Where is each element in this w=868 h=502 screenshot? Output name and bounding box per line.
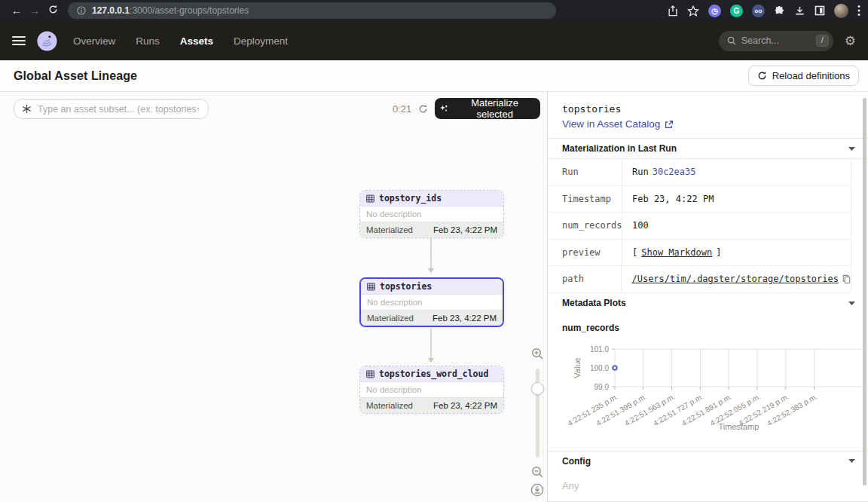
nav-tabs: Overview Runs Assets Deployment — [73, 35, 288, 47]
search-placeholder: Search... — [741, 35, 779, 46]
hamburger-menu-icon[interactable] — [12, 36, 26, 45]
browser-profile-avatar[interactable] — [834, 4, 848, 18]
asset-node-topstories-word-cloud[interactable]: topstories_word_cloud No description Mat… — [359, 366, 504, 414]
asset-lineage-graph[interactable]: 0:21 Materialize selected topstory_ids N… — [0, 92, 547, 502]
svg-text:Value: Value — [573, 357, 582, 378]
section-materialization-last-run[interactable]: Materialization in Last Run — [548, 138, 868, 158]
asset-subset-filter[interactable] — [14, 99, 209, 119]
asset-node-status: Materialized — [366, 225, 413, 234]
asset-node-description: No description — [361, 295, 503, 310]
asset-node-timestamp: Feb 23, 4:22 PM — [433, 401, 497, 410]
nav-tab-runs[interactable]: Runs — [136, 35, 160, 47]
section-metadata-plots[interactable]: Metadata Plots — [548, 293, 868, 314]
row-label: num_records — [548, 213, 622, 239]
page-header: Global Asset Lineage Reload definitions — [0, 60, 868, 92]
asset-subset-input[interactable] — [36, 103, 200, 115]
recenter-icon[interactable] — [530, 483, 544, 497]
extension-icon-2[interactable]: oo — [752, 5, 765, 17]
nav-tab-deployment[interactable]: Deployment — [234, 35, 288, 47]
asset-node-name: topstory_ids — [379, 193, 442, 204]
metadata-plot: 101.0100.099.04:22:51.235 p.m.4:22:51.39… — [548, 335, 868, 451]
browser-address-bar[interactable]: 127.0.0.1:3000/asset-groups/topstories — [68, 2, 556, 19]
bookmark-star-icon[interactable] — [687, 5, 699, 17]
asset-node-topstory-ids[interactable]: topstory_ids No description Materialized… — [359, 190, 504, 238]
site-info-icon[interactable] — [77, 6, 86, 15]
show-markdown-link[interactable]: Show Markdown — [641, 247, 712, 258]
global-search-input[interactable]: Search... / — [719, 31, 833, 51]
asset-node-timestamp: Feb 23, 4:22 PM — [432, 314, 497, 323]
chevron-down-icon — [848, 459, 855, 463]
svg-text:99.0: 99.0 — [594, 382, 610, 390]
num-records-chart: 101.0100.099.04:22:51.235 p.m.4:22:51.39… — [548, 338, 868, 437]
chevron-down-icon — [848, 147, 855, 151]
asset-node-status: Materialized — [366, 401, 413, 410]
svg-text:Timestamp: Timestamp — [719, 422, 760, 431]
browser-chrome: ← → 127.0.0.1:3000/asset-groups/topstori… — [0, 0, 868, 21]
table-row: path /Users/tim/.dagster/storage/topstor… — [548, 266, 851, 293]
asset-node-status: Materialized — [367, 314, 414, 323]
chevron-down-icon — [848, 302, 855, 305]
lineage-edge — [430, 238, 432, 272]
zoom-in-icon[interactable] — [531, 347, 544, 360]
table-row: Timestamp Feb 23, 4:22 PM — [548, 186, 851, 213]
table-row: num_records 100 — [548, 213, 851, 240]
browser-menu-icon[interactable] — [857, 5, 860, 17]
app-navbar: Overview Runs Assets Deployment Search..… — [0, 21, 868, 60]
external-link-icon — [665, 120, 674, 129]
plot-title: num_records — [548, 314, 868, 335]
table-row: Run Run 30c2ea35 — [548, 159, 851, 186]
asset-node-name: topstories_word_cloud — [379, 369, 488, 379]
url-text: 127.0.0.1:3000/asset-groups/topstories — [92, 5, 249, 16]
svg-text:100.0: 100.0 — [590, 363, 609, 372]
zoom-slider[interactable] — [536, 369, 539, 458]
svg-text:4:22:51.235 p.m.: 4:22:51.235 p.m. — [566, 392, 619, 427]
nav-tab-overview[interactable]: Overview — [73, 35, 115, 47]
panel-scrollbar[interactable] — [863, 98, 866, 485]
run-id-link[interactable]: 30c2ea35 — [653, 167, 696, 177]
graph-zoom-controls — [529, 345, 546, 499]
materialize-selected-button[interactable]: Materialize selected — [435, 98, 540, 119]
zoom-slider-thumb[interactable] — [531, 382, 544, 395]
asset-node-description: No description — [360, 382, 503, 397]
reload-icon — [48, 5, 58, 14]
browser-forward-button[interactable]: → — [26, 0, 44, 21]
row-value: [Show Markdown] — [622, 247, 721, 258]
browser-reload-button[interactable] — [44, 0, 62, 21]
search-icon — [727, 36, 736, 45]
dagster-logo[interactable] — [36, 30, 58, 52]
row-label: Timestamp — [548, 186, 622, 213]
op-selector-icon — [22, 104, 32, 114]
downloads-icon[interactable] — [794, 5, 805, 17]
asset-node-timestamp: Feb 23, 4:22 PM — [433, 225, 497, 234]
search-shortcut-badge: / — [816, 35, 829, 47]
share-icon[interactable] — [668, 5, 678, 17]
nav-tab-assets[interactable]: Assets — [180, 35, 213, 47]
view-in-asset-catalog-link[interactable]: View in Asset Catalog — [548, 117, 868, 138]
reload-definitions-button[interactable]: Reload definitions — [748, 66, 859, 86]
materialize-sparkle-icon — [439, 104, 448, 114]
row-value: Run 30c2ea35 — [622, 167, 695, 177]
extension-icon-1[interactable]: ◷ — [708, 5, 721, 17]
timer-value: 0:21 — [393, 103, 411, 115]
tab-preview-icon[interactable] — [815, 5, 825, 16]
selected-asset-name: topstories — [548, 92, 868, 117]
row-value: Feb 23, 4:22 PM — [622, 194, 714, 204]
browser-back-button[interactable]: ← — [8, 0, 26, 21]
timer-refresh-icon[interactable] — [418, 104, 428, 114]
settings-gear-icon[interactable]: ⚙ — [845, 33, 856, 49]
extension-grammarly-icon[interactable]: G — [730, 5, 743, 17]
extensions-puzzle-icon[interactable] — [774, 5, 785, 17]
copy-icon[interactable] — [842, 274, 851, 284]
config-value: Any — [548, 471, 868, 501]
metadata-table: Run Run 30c2ea35 Timestamp Feb 23, 4:22 … — [548, 158, 868, 293]
row-label: Run — [548, 159, 622, 185]
asset-node-topstories[interactable]: topstories No description Materialized F… — [359, 277, 504, 327]
table-icon — [366, 194, 374, 203]
section-config[interactable]: Config — [548, 451, 868, 471]
asset-node-description: No description — [360, 207, 503, 222]
svg-text:4:22:51.727 p.m.: 4:22:51.727 p.m. — [652, 392, 705, 427]
storage-path-link[interactable]: /Users/tim/.dagster/storage/topstories — [631, 274, 839, 284]
refresh-timer: 0:21 — [393, 103, 428, 115]
zoom-out-icon[interactable] — [531, 466, 544, 479]
page-title: Global Asset Lineage — [14, 69, 137, 83]
